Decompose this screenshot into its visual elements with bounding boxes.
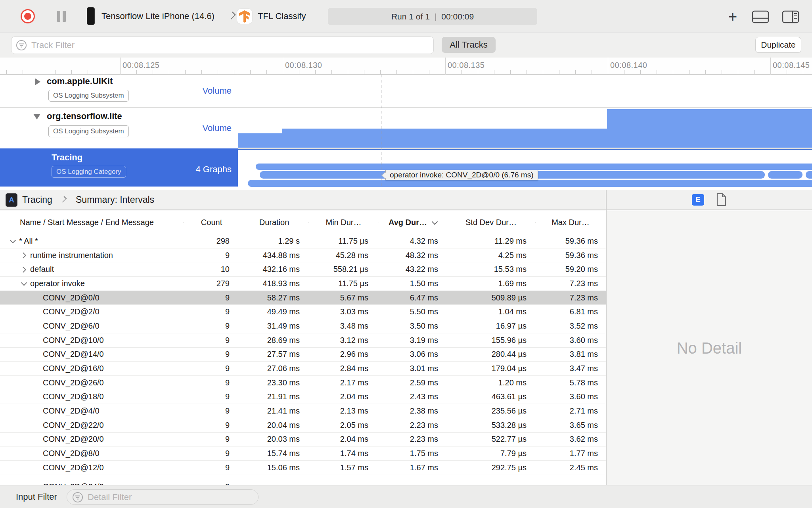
row-max: 59.36 ms [565,251,598,260]
chevron-right-icon [60,195,68,204]
row-std: 11.29 ms [494,237,527,245]
column-header-min[interactable]: Min Dur… [308,218,379,227]
row-avg: 4.32 ms [410,237,438,245]
row-name: CONV_2D@8/0 [43,449,100,458]
filter-icon [15,39,27,51]
table-row[interactable]: CONV_2D@18/0921.91 ms2.04 ms2.43 ms463.6… [0,390,606,404]
track-header-tracing-selected[interactable]: Tracing OS Logging Category 4 Graphs [0,148,238,187]
ruler-minor-tick [462,70,462,74]
table-row[interactable]: CONV_2D@0/0958.27 ms5.67 ms6.47 ms509.89… [0,291,606,305]
track-header-uikit[interactable]: com.apple.UIKit OS Logging Subsystem Vol… [0,75,238,107]
chevron-right-icon[interactable] [20,266,30,273]
row-duration: 418.93 ms [263,279,300,288]
table-row[interactable]: CONV_2D@26/0923.30 ms2.17 ms2.59 ms1.20 … [0,376,606,390]
device-selector[interactable]: Tensorflow Lite iPhone (14.6) [102,0,214,33]
row-count: 9 [225,321,230,330]
ruler-minor-tick [787,70,787,74]
row-min: 2.04 ms [340,392,368,401]
chevron-down-icon[interactable] [9,238,19,244]
table-row[interactable]: CONV_2D@6/0931.49 ms3.48 ms3.50 ms16.97 … [0,319,606,333]
column-header-max[interactable]: Max Dur… [535,218,606,227]
row-max: 5.78 ms [570,378,598,387]
table-row[interactable]: CONV_2D@22/0920.04 ms2.05 ms2.23 ms533.2… [0,418,606,433]
ruler-minor-tick [218,70,218,74]
track-filter-input[interactable] [27,40,433,50]
ruler-minor-tick [250,70,251,74]
table-row[interactable]: operator invoke279418.93 ms11.75 µs1.50 … [0,277,606,291]
table-row[interactable]: * All *2981.29 s11.75 µs4.32 ms11.29 ms5… [0,234,606,248]
track-filter-field[interactable] [11,37,434,54]
column-header-duration[interactable]: Duration [240,218,308,227]
row-avg: 5.50 ms [410,307,438,316]
ruler-minor-tick [722,70,722,74]
row-name: * All * [19,237,38,246]
tracing-lane[interactable] [238,148,812,187]
extended-detail-button[interactable]: E [692,194,704,206]
row-name: CONV_2D@12/0 [43,463,104,472]
chevron-right-icon[interactable] [20,252,30,258]
row-name: default [30,265,54,274]
sort-chevron-down-icon [432,219,438,225]
run-status[interactable]: Run 1 of 1 | 00:00:09 [328,8,537,25]
row-duration: 20.03 ms [267,435,300,443]
detail-filter-field[interactable] [67,489,259,505]
record-button[interactable] [21,9,35,23]
row-name: CONV_2D@26/0 [43,378,104,387]
row-name: CONV_2D@2/0 [43,307,100,316]
track-type-label[interactable]: Volume [203,123,232,133]
ruler-minor-tick [478,70,478,74]
table-row[interactable]: CONV_2D@8/0915.74 ms1.74 ms1.75 ms7.79 µ… [0,446,606,461]
detail-filter-input[interactable] [84,492,258,502]
all-tracks-button[interactable]: All Tracks [442,37,496,53]
ruler-minor-tick [266,70,267,74]
table-row[interactable]: CONV_2D@16/0927.06 ms2.84 ms3.01 ms179.0… [0,362,606,376]
toggle-right-pane-button[interactable] [782,10,799,23]
toggle-bottom-pane-button[interactable] [752,10,769,23]
table-row[interactable]: default10432.16 ms558.21 µs43.22 ms15.53… [0,262,606,277]
lane-separator [238,148,812,149]
column-header-avg-sorted[interactable]: Avg Dur… [379,218,447,227]
table-row[interactable]: CONV_2D@24/09 [0,475,606,485]
track-lanes[interactable]: operator invoke: CONV_2D@0/0 (6.76 ms) [238,75,812,190]
breadcrumb-view[interactable]: Summary: Intervals [76,190,154,210]
row-std: 7.79 µs [500,449,527,458]
interval-bar[interactable] [248,180,812,187]
track-badge: OS Logging Category [52,166,126,178]
input-filter-label[interactable]: Input Filter [16,485,57,508]
breadcrumb-instrument[interactable]: Tracing [22,190,52,210]
interval-bar[interactable] [256,164,812,170]
duplicate-button[interactable]: Duplicate [755,37,801,53]
disclosure-down-icon[interactable] [33,114,40,119]
table-row[interactable]: CONV_2D@20/0920.03 ms2.04 ms2.23 ms522.7… [0,433,606,447]
table-row[interactable]: CONV_2D@12/0915.06 ms1.57 ms1.67 ms292.7… [0,461,606,475]
filter-icon [72,491,84,503]
add-instrument-button[interactable]: + [725,9,741,25]
target-selector[interactable]: TFL Classify [258,0,306,33]
column-header-stddev[interactable]: Std Dev Dur… [447,218,535,227]
row-avg: 1.50 ms [410,279,438,288]
table-row[interactable]: CONV_2D@2/0949.49 ms3.03 ms5.50 ms1.04 m… [0,305,606,319]
interval-bar[interactable] [806,171,812,179]
track-type-label[interactable]: 4 Graphs [196,164,232,175]
row-count: 279 [216,279,230,288]
chevron-down-icon[interactable] [20,280,30,287]
row-count: 9 [225,251,230,260]
column-header-name[interactable]: Name / Start Message / End Message [0,218,183,227]
interval-bar[interactable] [768,171,802,179]
disclosure-right-icon[interactable] [35,78,40,85]
table-row[interactable]: CONV_2D@10/0928.69 ms3.12 ms3.19 ms155.9… [0,333,606,348]
playhead-dashed-line[interactable] [381,75,381,187]
table-row[interactable]: CONV_2D@14/0927.57 ms2.96 ms3.06 ms280.4… [0,348,606,362]
record-icon [24,13,31,20]
ruler-minor-tick [754,70,755,74]
table-row[interactable]: CONV_2D@4/0921.41 ms2.13 ms2.38 ms235.56… [0,404,606,418]
document-icon[interactable] [716,193,726,206]
pause-button[interactable] [56,10,67,22]
column-header-count[interactable]: Count [183,218,240,227]
table-row[interactable]: runtime instrumentation9434.88 ms45.28 m… [0,248,606,263]
track-header-tensorflow[interactable]: org.tensorflow.lite OS Logging Subsystem… [0,108,238,148]
row-avg: 43.22 ms [406,265,438,273]
timeline-ruler[interactable]: 00:08.12500:08.13000:08.13500:08.14000:0… [0,58,812,75]
summary-table[interactable]: * All *2981.29 s11.75 µs4.32 ms11.29 ms5… [0,234,606,485]
track-type-label[interactable]: Volume [203,86,232,96]
